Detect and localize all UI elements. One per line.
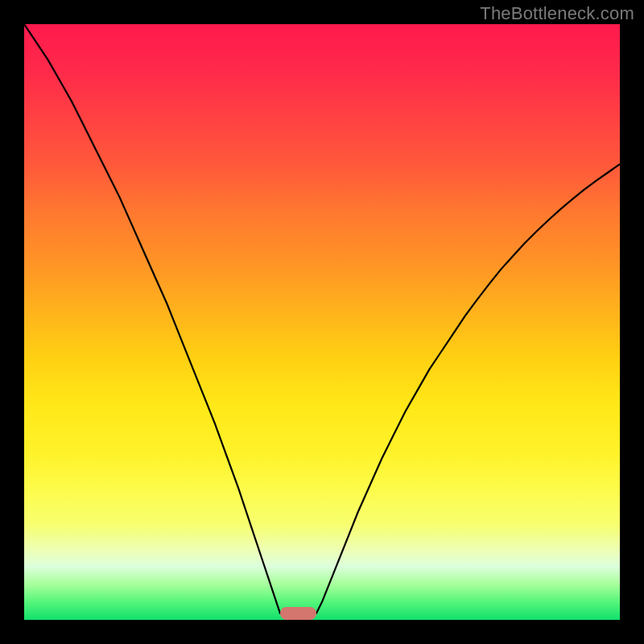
plot-area xyxy=(24,24,620,620)
watermark-text: TheBottleneck.com xyxy=(480,3,634,24)
curve-right-branch xyxy=(316,164,620,614)
chart-frame: TheBottleneck.com xyxy=(0,0,644,644)
optimal-range-marker xyxy=(280,607,316,620)
bottleneck-curve xyxy=(24,24,620,620)
curve-left-branch xyxy=(24,24,280,614)
